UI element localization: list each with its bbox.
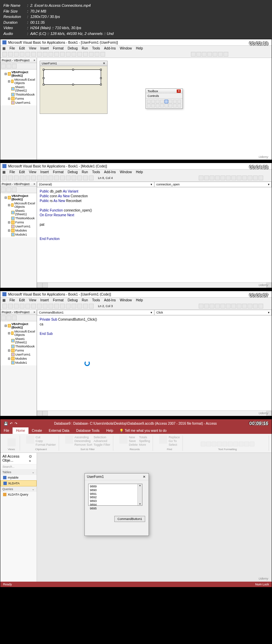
command-button[interactable]: CommandButton1 xyxy=(114,516,145,522)
ungroup-button[interactable] xyxy=(207,52,212,57)
view-button[interactable] xyxy=(7,438,16,446)
tool-togglebutton[interactable] xyxy=(177,100,181,103)
procedure-dropdown[interactable]: connection_open▾ xyxy=(154,182,272,187)
tree-workbook[interactable]: ThisWorkbook xyxy=(1,93,36,97)
toolbox-window[interactable]: Toolbox✕ Controls xyxy=(145,88,183,109)
find-button[interactable] xyxy=(159,436,167,444)
listbox-scrollbar[interactable]: ▴▾ xyxy=(137,484,142,505)
horizontal-scrollbar[interactable] xyxy=(37,410,272,416)
copy-button[interactable] xyxy=(25,52,30,57)
code-editor[interactable]: Private Sub CommandButton1_Click() ca En… xyxy=(37,316,272,410)
menu-view[interactable]: View xyxy=(29,46,36,50)
menu-tools[interactable]: Tools xyxy=(92,46,100,50)
menu-file[interactable]: File xyxy=(9,46,15,50)
tab-dbtools[interactable]: Database Tools xyxy=(73,427,103,434)
menu-window[interactable]: Window xyxy=(120,46,132,50)
undo-icon[interactable]: ↶ xyxy=(10,422,13,425)
nav-search-input[interactable]: Search... xyxy=(0,464,37,469)
nav-table-mytable[interactable]: mytable xyxy=(0,475,37,480)
listbox-control[interactable] xyxy=(43,69,101,85)
view-excel-button[interactable] xyxy=(2,52,7,57)
app-menu-icon[interactable]: ▦ xyxy=(2,170,5,174)
object-browser-button[interactable] xyxy=(89,52,94,57)
tool-frame[interactable] xyxy=(147,104,151,107)
object-dropdown[interactable]: (General)▾ xyxy=(37,182,154,187)
toolbox-button[interactable] xyxy=(95,52,99,57)
menubar[interactable]: ▦ FileEditViewInsertFormatDebugRunToolsA… xyxy=(0,298,272,303)
view-object-button[interactable] xyxy=(6,64,11,68)
list-item[interactable]: 9894 xyxy=(90,503,141,507)
nav-section-tables[interactable]: Tables ⌄ xyxy=(0,469,37,475)
tree-project[interactable]: ⊟VBAProject (Book1) xyxy=(1,194,36,201)
tool-optionbutton[interactable] xyxy=(173,100,177,103)
list-item[interactable]: 9895 xyxy=(90,507,141,510)
save-button[interactable] xyxy=(14,52,19,57)
horizontal-scrollbar[interactable] xyxy=(37,282,272,288)
tree-folder-objects[interactable]: ⊟Microsoft Excel Objects xyxy=(1,78,36,85)
properties-button[interactable] xyxy=(83,52,88,57)
tool-refedit[interactable] xyxy=(177,104,181,107)
undo-button[interactable] xyxy=(43,52,47,57)
tell-me-input[interactable]: 💡Tell me what you want to do xyxy=(117,427,169,434)
run-button[interactable] xyxy=(54,52,59,57)
menu-addins[interactable]: Add-Ins xyxy=(104,46,116,50)
menu-edit[interactable]: Edit xyxy=(19,46,25,50)
tree-module1[interactable]: Module1 xyxy=(1,233,36,237)
list-item[interactable]: 9892 xyxy=(90,496,141,499)
tool-checkbox[interactable] xyxy=(169,100,172,103)
userform-dialog[interactable]: UserForm1✕ 9889 9890 9891 9892 9893 9894… xyxy=(84,473,149,536)
tool-combobox[interactable] xyxy=(160,100,164,103)
tree-sheet1[interactable]: Sheet1 (Sheet1) xyxy=(1,85,36,93)
procedure-dropdown[interactable]: Click▾ xyxy=(154,310,272,315)
nav-table-xldata[interactable]: XLDATA xyxy=(0,480,37,486)
menu-debug[interactable]: Debug xyxy=(68,46,78,50)
filter-button[interactable] xyxy=(65,436,73,444)
menubar[interactable]: ▦ File Edit View Insert Format Debug Run… xyxy=(0,46,272,51)
find-button[interactable] xyxy=(37,52,42,57)
group-button[interactable] xyxy=(202,52,207,57)
tool-label[interactable] xyxy=(151,100,155,103)
tool-listbox[interactable] xyxy=(164,100,168,103)
view-code-button[interactable] xyxy=(1,64,6,68)
refresh-button[interactable] xyxy=(119,436,128,444)
form-close-icon[interactable]: ✕ xyxy=(103,62,105,65)
save-icon[interactable]: 💾 xyxy=(4,422,8,425)
tool-scrollbar[interactable] xyxy=(164,104,168,107)
object-dropdown[interactable]: CommandButton1▾ xyxy=(37,310,154,315)
nav-query-xldata[interactable]: XLDATA Query xyxy=(0,492,37,497)
tool-image[interactable] xyxy=(173,104,177,107)
menu-run[interactable]: Run xyxy=(82,46,88,50)
insert-button[interactable] xyxy=(8,52,13,57)
tab-file[interactable]: File xyxy=(0,427,13,434)
panel-close-icon[interactable]: × xyxy=(34,182,35,186)
tool-tabstrip[interactable] xyxy=(156,104,159,107)
redo-icon[interactable]: ↷ xyxy=(15,422,17,425)
list-item[interactable]: 9889 xyxy=(90,485,141,488)
tool-textbox[interactable] xyxy=(156,100,159,103)
tab-create[interactable]: Create xyxy=(28,427,45,434)
menu-format[interactable]: Format xyxy=(53,46,64,50)
redo-button[interactable] xyxy=(48,52,53,57)
panel-close-icon[interactable]: × xyxy=(34,310,35,314)
userform-designer[interactable]: UserForm1✕ xyxy=(40,61,108,114)
tool-multipage[interactable] xyxy=(160,104,164,107)
app-menu-icon[interactable]: ▦ xyxy=(2,298,5,302)
send-back-button[interactable] xyxy=(218,52,223,57)
nav-header[interactable]: All Access Obje...⊙ « xyxy=(0,453,37,464)
reset-button[interactable] xyxy=(66,52,71,57)
align-button[interactable] xyxy=(191,52,196,57)
nav-section-queries[interactable]: Queries ⌄ xyxy=(0,486,37,492)
paste-button[interactable] xyxy=(26,436,34,444)
panel-close-icon[interactable]: × xyxy=(34,59,35,62)
menubar[interactable]: ▦ FileEditViewInsertFormatDebugRunToolsA… xyxy=(0,169,272,175)
tab-help[interactable]: Help xyxy=(103,427,117,434)
project-explorer-button[interactable] xyxy=(77,52,82,57)
design-mode-button[interactable] xyxy=(72,52,76,57)
size-button[interactable] xyxy=(196,52,201,57)
dialog-close-button[interactable]: ✕ xyxy=(142,475,147,479)
tree-userform1[interactable]: UserForm1 xyxy=(1,101,36,105)
tree-folder-forms[interactable]: ⊟Forms xyxy=(1,97,36,101)
app-menu-icon[interactable]: ▦ xyxy=(2,46,5,50)
break-button[interactable] xyxy=(60,52,65,57)
list-item[interactable]: 9890 xyxy=(90,488,141,492)
